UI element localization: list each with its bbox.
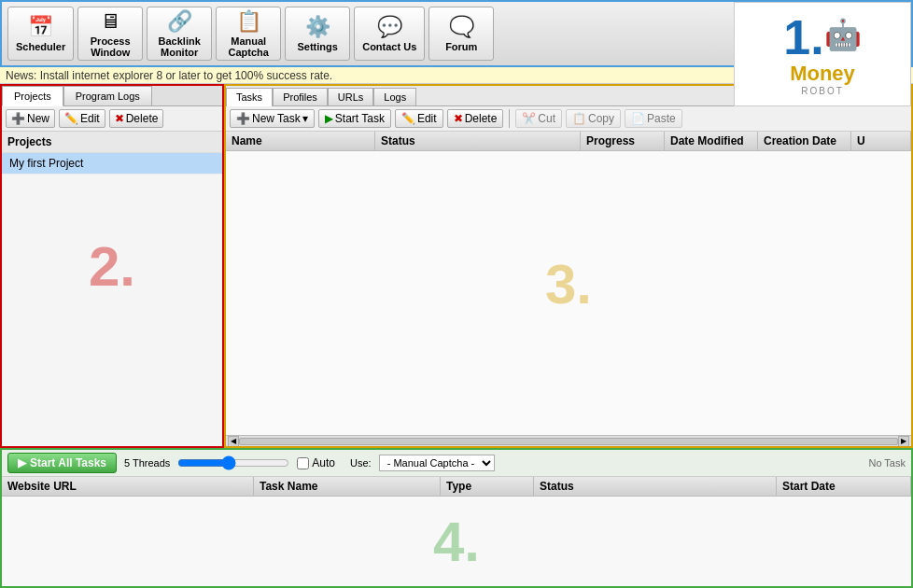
delete-task-button[interactable]: ✖ Delete [447, 109, 504, 128]
copy-label: Copy [588, 112, 614, 125]
start-task-button[interactable]: ▶ Start Task [318, 109, 391, 128]
bth-startdate: Start Date [777, 477, 911, 496]
left-panel-tabs: Projects Program Logs [2, 86, 222, 106]
settings-label: Settings [297, 41, 337, 52]
logo-number: 1. [783, 13, 823, 62]
scheduler-icon: 📅 [28, 15, 53, 39]
bottom-table-header: Website URL Task Name Type Status Start … [2, 477, 911, 497]
th-status: Status [375, 132, 581, 150]
forum-icon: 🗨️ [449, 15, 474, 39]
edit-project-button[interactable]: ✏️ Edit [59, 109, 105, 128]
tab-profiles[interactable]: Profiles [273, 88, 328, 105]
horizontal-scrollbar[interactable]: ◀ ▶ [226, 435, 911, 446]
settings-button[interactable]: ⚙️ Settings [285, 7, 350, 61]
settings-icon: ⚙️ [305, 15, 330, 39]
process-window-label: ProcessWindow [91, 35, 131, 58]
start-all-icon: ▶ [18, 456, 26, 469]
new-task-label: New Task [252, 112, 301, 125]
manual-captcha-button[interactable]: 📋 ManualCaptcha [216, 7, 281, 61]
tab-program-logs[interactable]: Program Logs [63, 86, 152, 105]
watermark-4: 4. [433, 510, 480, 574]
scroll-right-arrow[interactable]: ▶ [898, 436, 909, 447]
cut-button[interactable]: ✂️ Cut [515, 109, 562, 128]
captcha-select[interactable]: - Manual Captcha - Anti-Captcha 2Captcha… [379, 455, 495, 471]
scroll-left-arrow[interactable]: ◀ [228, 436, 239, 447]
toolbar-separator-1 [509, 109, 510, 128]
auto-label: Auto [312, 456, 335, 469]
scheduler-label: Scheduler [16, 41, 65, 52]
copy-button[interactable]: 📋 Copy [566, 109, 621, 128]
th-last: U [851, 132, 911, 150]
process-window-button[interactable]: 🖥 ProcessWindow [77, 7, 143, 61]
th-name: Name [226, 132, 375, 150]
contact-us-button[interactable]: 💬 Contact Us [354, 7, 425, 61]
auto-checkbox[interactable] [297, 457, 309, 469]
bottom-toolbar: ▶ Start All Tasks 5 Threads Auto Use: - … [2, 450, 911, 477]
th-date-modified: Date Modified [665, 132, 758, 150]
scheduler-button[interactable]: 📅 Scheduler [7, 7, 74, 61]
edit-label: Edit [80, 112, 100, 125]
manual-captcha-icon: 📋 [236, 9, 261, 34]
tab-urls[interactable]: URLs [328, 88, 374, 105]
scroll-track[interactable] [239, 438, 898, 445]
delete-icon: ✖ [115, 112, 124, 125]
delete-task-icon: ✖ [454, 112, 463, 125]
backlink-monitor-button[interactable]: 🔗 BacklinkMonitor [147, 7, 212, 61]
cut-icon: ✂️ [522, 112, 536, 125]
main-content: Projects Program Logs ➕ New ✏️ Edit ✖ De… [0, 84, 913, 448]
delete-project-button[interactable]: ✖ Delete [109, 109, 164, 128]
edit-icon: ✏️ [64, 112, 78, 125]
auto-checkbox-container: Auto [297, 456, 335, 469]
paste-button[interactable]: 📄 Paste [625, 109, 682, 128]
watermark-2: 2. [89, 234, 135, 299]
start-task-label: Start Task [335, 112, 385, 125]
edit-task-button[interactable]: ✏️ Edit [395, 109, 443, 128]
cut-label: Cut [538, 112, 555, 125]
delete-label: Delete [126, 112, 159, 125]
delete-task-label: Delete [465, 112, 498, 125]
threads-slider-container [177, 455, 289, 470]
left-panel-toolbar: ➕ New ✏️ Edit ✖ Delete [2, 106, 222, 132]
backlink-monitor-icon: 🔗 [167, 9, 192, 34]
paste-icon: 📄 [631, 112, 645, 125]
th-creation-date: Creation Date [758, 132, 851, 150]
task-table-header: Name Status Progress Date Modified Creat… [226, 132, 911, 151]
notif-text: News: Install internet explorer 8 or lat… [6, 69, 332, 82]
right-panel-toolbar: ➕ New Task ▾ ▶ Start Task ✏️ Edit ✖ Dele… [226, 106, 911, 132]
new-label: New [27, 112, 49, 125]
edit-task-label: Edit [417, 112, 437, 125]
start-all-tasks-button[interactable]: ▶ Start All Tasks [7, 453, 117, 473]
contact-us-label: Contact Us [362, 41, 416, 52]
process-window-icon: 🖥 [100, 9, 120, 34]
toolbar: 📅 Scheduler 🖥 ProcessWindow 🔗 BacklinkMo… [0, 0, 913, 67]
right-panel: Tasks Profiles URLs Logs ➕ New Task ▾ ▶ … [224, 84, 913, 448]
bth-type: Type [441, 477, 534, 496]
logo-robot-text: ROBOT [801, 86, 844, 96]
copy-icon: 📋 [572, 112, 586, 125]
th-progress: Progress [581, 132, 665, 150]
contact-us-icon: 💬 [377, 15, 402, 39]
logo-area: 1. 🤖 Money ROBOT [734, 2, 911, 106]
project-item[interactable]: My first Project [2, 153, 222, 175]
start-task-icon: ▶ [325, 112, 333, 125]
threads-slider[interactable] [177, 455, 289, 470]
robot-icon: 🤖 [824, 17, 862, 52]
new-icon: ➕ [11, 112, 25, 125]
tab-logs[interactable]: Logs [373, 88, 416, 105]
new-project-button[interactable]: ➕ New [6, 109, 55, 128]
new-task-button[interactable]: ➕ New Task ▾ [230, 109, 315, 128]
use-label: Use: [350, 457, 372, 469]
logo-money-text: Money [790, 62, 855, 86]
bth-url: Website URL [2, 477, 254, 496]
projects-section-header: Projects [2, 132, 222, 153]
edit-task-icon: ✏️ [401, 112, 415, 125]
bottom-content: 4. [2, 497, 911, 586]
bth-taskname: Task Name [254, 477, 441, 496]
backlink-monitor-label: BacklinkMonitor [159, 35, 201, 58]
paste-label: Paste [647, 112, 676, 125]
forum-button[interactable]: 🗨️ Forum [428, 7, 494, 61]
tab-projects[interactable]: Projects [2, 86, 63, 106]
new-task-dropdown-icon: ▾ [302, 112, 308, 125]
forum-label: Forum [445, 41, 477, 52]
tab-tasks[interactable]: Tasks [226, 88, 273, 106]
